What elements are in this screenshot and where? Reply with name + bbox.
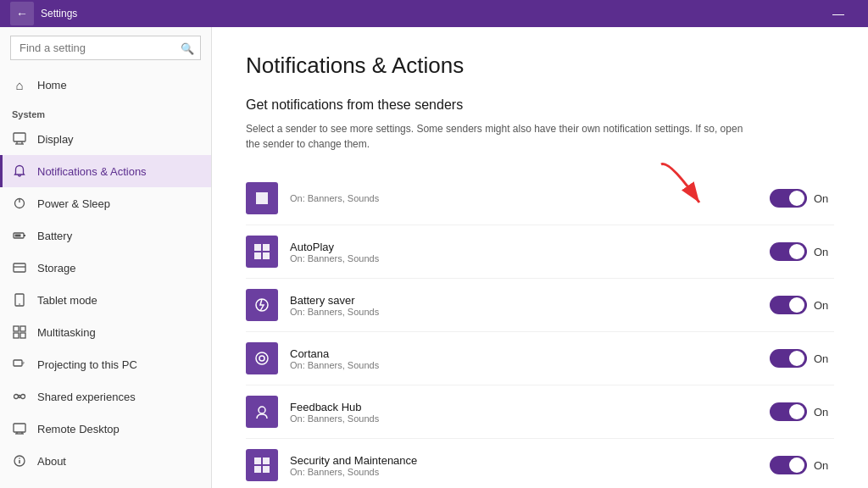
notif-info-security: Security and Maintenance On: Banners, So… — [290, 454, 758, 477]
sidebar-item-display[interactable]: Display — [0, 123, 211, 155]
svg-rect-13 — [14, 326, 19, 331]
minimize-button[interactable]: — — [819, 0, 858, 27]
sidebar-item-shared-label: Shared experiences — [37, 391, 136, 403]
toggle-security[interactable] — [770, 456, 807, 474]
sidebar-item-about[interactable]: About — [0, 445, 211, 477]
back-button[interactable]: ← — [10, 2, 34, 25]
multitasking-icon — [12, 324, 27, 340]
content-area: Notifications & Actions Get notification… — [212, 27, 868, 488]
sidebar-item-power[interactable]: Power & Sleep — [0, 187, 211, 219]
svg-rect-9 — [14, 263, 25, 272]
toggle-feedback[interactable] — [770, 402, 807, 421]
toggle-battery-saver[interactable] — [770, 296, 807, 314]
sidebar-section-system: System — [0, 101, 211, 123]
svg-point-34 — [256, 352, 268, 364]
toggle-label-feedback: On — [814, 406, 834, 419]
search-icon: 🔍 — [181, 42, 194, 54]
notif-row-autoplay: AutoPlay On: Banners, Sounds On — [246, 225, 834, 279]
svg-point-12 — [19, 303, 20, 305]
notif-row-unknown: On: Banners, Sounds — [246, 172, 834, 225]
svg-rect-14 — [20, 326, 25, 331]
notif-row-battery-saver: Battery saver On: Banners, Sounds On — [246, 279, 834, 332]
remote-icon — [12, 421, 27, 436]
notif-sub-feedback: On: Banners, Sounds — [290, 413, 758, 424]
storage-icon — [12, 260, 27, 275]
sidebar-item-shared[interactable]: Shared experiences — [0, 380, 211, 413]
sidebar-item-projecting-label: Projecting to this PC — [37, 358, 137, 371]
svg-rect-15 — [14, 333, 19, 338]
svg-rect-27 — [256, 192, 268, 204]
display-icon — [12, 131, 27, 147]
toggle-area-unknown: On — [763, 189, 834, 208]
toggle-area-cortana: On — [770, 349, 834, 368]
svg-point-19 — [21, 395, 25, 399]
sidebar-item-projecting[interactable]: Projecting to this PC — [0, 348, 211, 380]
window-controls: — — [819, 0, 858, 27]
toggle-area-battery-saver: On — [770, 296, 834, 314]
svg-rect-30 — [263, 244, 270, 251]
svg-rect-37 — [254, 458, 261, 464]
notif-sub-battery-saver: On: Banners, Sounds — [290, 307, 758, 317]
sidebar-item-tablet-label: Tablet mode — [37, 294, 97, 307]
sidebar-item-multitasking[interactable]: Multitasking — [0, 316, 211, 348]
toggle-label-battery-saver: On — [814, 299, 834, 312]
notif-icon-security — [246, 449, 278, 481]
svg-rect-7 — [24, 235, 25, 236]
notif-icon-autoplay — [246, 236, 278, 268]
main-layout: 🔍 ⌂ Home System Display — [0, 27, 868, 488]
home-icon: ⌂ — [12, 77, 27, 92]
notif-name-battery-saver: Battery saver — [290, 294, 758, 307]
notif-name-autoplay: AutoPlay — [290, 241, 758, 253]
notif-info-battery-saver: Battery saver On: Banners, Sounds — [290, 294, 758, 317]
notif-row-security: Security and Maintenance On: Banners, So… — [246, 439, 834, 488]
notif-name-feedback: Feedback Hub — [290, 401, 758, 413]
sidebar-item-remote[interactable]: Remote Desktop — [0, 413, 211, 445]
notif-sub-security: On: Banners, Sounds — [290, 467, 758, 477]
toggle-label-cortana: On — [814, 352, 834, 365]
notif-row-feedback: Feedback Hub On: Banners, Sounds On — [246, 385, 834, 439]
notif-icon-unknown — [246, 182, 278, 214]
sidebar-item-home[interactable]: ⌂ Home — [0, 69, 211, 101]
sidebar-item-storage[interactable]: Storage — [0, 252, 211, 284]
sender-list: On: Banners, Sounds — [246, 172, 834, 488]
notif-name-security: Security and Maintenance — [290, 454, 758, 467]
notif-info-unknown: On: Banners, Sounds — [290, 193, 751, 203]
tablet-icon — [12, 292, 27, 308]
svg-rect-31 — [254, 252, 261, 259]
search-input[interactable] — [10, 36, 201, 60]
battery-icon — [12, 228, 27, 243]
toggle-label-autoplay: On — [814, 246, 834, 258]
sidebar-item-multitasking-label: Multitasking — [37, 326, 96, 339]
sidebar-item-tablet[interactable]: Tablet mode — [0, 284, 211, 316]
svg-rect-16 — [20, 333, 25, 338]
svg-rect-20 — [14, 424, 25, 432]
toggle-cortana[interactable] — [770, 349, 807, 368]
sidebar-item-battery-label: Battery — [37, 230, 72, 242]
toggle-label-unknown: On — [814, 192, 834, 205]
toggle-autoplay[interactable] — [770, 242, 807, 261]
shared-icon — [12, 389, 27, 404]
notif-icon-cortana — [246, 342, 278, 374]
sidebar-item-battery[interactable]: Battery — [0, 219, 211, 252]
sidebar-item-notifications[interactable]: Notifications & Actions — [0, 155, 211, 187]
notif-row-cortana: Cortana On: Banners, Sounds On — [246, 332, 834, 385]
page-title: Notifications & Actions — [246, 53, 834, 79]
svg-rect-39 — [254, 466, 261, 473]
search-container: 🔍 — [10, 36, 201, 60]
notif-info-feedback: Feedback Hub On: Banners, Sounds — [290, 401, 758, 424]
toggle-unknown[interactable] — [770, 189, 807, 208]
sidebar: 🔍 ⌂ Home System Display — [0, 27, 212, 488]
svg-rect-0 — [14, 133, 25, 141]
sidebar-item-home-label: Home — [37, 79, 67, 92]
notif-info-autoplay: AutoPlay On: Banners, Sounds — [290, 241, 758, 263]
minimize-icon: — — [832, 7, 844, 20]
notif-sub-cortana: On: Banners, Sounds — [290, 360, 758, 370]
notif-sub-unknown: On: Banners, Sounds — [290, 193, 751, 203]
titlebar: ← Settings — — [0, 0, 868, 27]
sidebar-item-remote-label: Remote Desktop — [37, 423, 120, 435]
back-icon: ← — [16, 7, 28, 20]
svg-rect-8 — [15, 235, 21, 237]
about-icon — [12, 453, 27, 469]
section-heading: Get notifications from these senders — [246, 97, 834, 113]
notif-icon-feedback — [246, 396, 278, 428]
